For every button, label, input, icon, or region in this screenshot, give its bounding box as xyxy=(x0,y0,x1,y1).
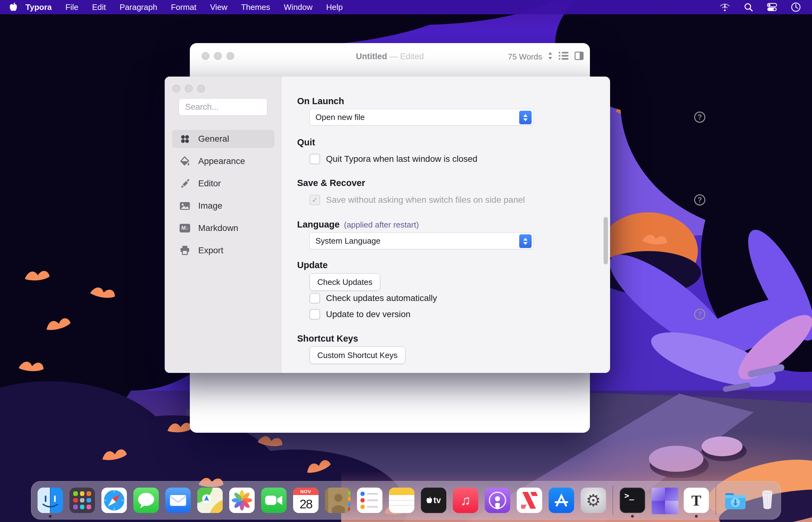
dock-notes-icon[interactable] xyxy=(389,487,414,513)
printer-icon xyxy=(179,245,190,256)
quit-checkbox-row[interactable]: Quit Typora when last window is closed xyxy=(310,154,477,164)
sidebar-item-label: Appearance xyxy=(198,156,245,166)
clock-icon[interactable] xyxy=(791,2,801,12)
paint-bucket-icon xyxy=(179,156,190,166)
dock-calendar-icon[interactable]: NOV 28 xyxy=(293,487,318,513)
dock-news-icon[interactable] xyxy=(517,487,542,513)
dock-finder-icon[interactable] xyxy=(38,487,63,513)
section-save-recover-title: Save & Recover xyxy=(297,178,365,188)
search-input[interactable] xyxy=(179,98,267,116)
calendar-day: 28 xyxy=(293,495,318,513)
dock-mail-icon[interactable] xyxy=(165,487,191,513)
calendar-month: NOV xyxy=(293,487,318,495)
sidebar-item-label: Editor xyxy=(198,179,221,188)
word-count-chevron-icon[interactable] xyxy=(548,52,553,62)
menu-help[interactable]: Help xyxy=(326,2,343,12)
dock-app-store-icon[interactable] xyxy=(549,487,574,513)
dock-separator xyxy=(613,486,613,515)
menu-edit[interactable]: Edit xyxy=(92,2,106,12)
markdown-icon: M↓ xyxy=(179,223,190,234)
section-update-title: Update xyxy=(297,260,328,270)
dev-version-help-icon[interactable]: ? xyxy=(694,309,705,320)
sidebar-item-label: General xyxy=(198,134,229,144)
auto-update-checkbox[interactable] xyxy=(310,293,320,303)
custom-shortcut-keys-button[interactable]: Custom Shortcut Keys xyxy=(310,346,405,364)
prefs-close-button[interactable] xyxy=(172,85,180,93)
auto-update-checkbox-row[interactable]: Check updates automatically xyxy=(310,293,437,303)
sidebar-item-export[interactable]: Export xyxy=(172,241,274,259)
menu-format[interactable]: Format xyxy=(171,2,196,12)
dock-terminal-icon[interactable]: >_ xyxy=(620,487,645,513)
save-without-asking-checkbox: ✓ xyxy=(310,195,320,205)
preferences-sidebar: General Appearance xyxy=(165,77,281,373)
apple-glyph-icon xyxy=(426,497,432,504)
language-note: (applied after restart) xyxy=(344,220,419,229)
menu-paragraph[interactable]: Paragraph xyxy=(119,2,157,12)
dock-messages-icon[interactable] xyxy=(133,487,159,513)
dock-downloads-icon[interactable] xyxy=(723,487,748,513)
dock-photos-icon[interactable] xyxy=(229,487,255,513)
scrollbar-thumb[interactable] xyxy=(603,217,608,264)
save-without-asking-row: ✓ Save without asking when switch files … xyxy=(310,195,525,205)
pencil-icon xyxy=(179,178,190,189)
dock-contacts-icon[interactable] xyxy=(325,487,350,513)
dock-facetime-icon[interactable] xyxy=(261,487,287,513)
dock-gradient-image-icon[interactable] xyxy=(652,487,677,513)
menu-file[interactable]: File xyxy=(65,2,78,12)
search-icon[interactable] xyxy=(744,2,753,12)
apple-menu[interactable] xyxy=(9,2,17,12)
dock-reminders-icon[interactable] xyxy=(357,487,383,513)
language-select[interactable]: System Language xyxy=(310,233,534,249)
dev-version-checkbox-row[interactable]: Update to dev version xyxy=(310,309,410,320)
section-language-title: Language(applied after restart) xyxy=(297,219,419,230)
prefs-zoom-button[interactable] xyxy=(197,85,205,93)
dock: NOV 28 xyxy=(31,481,781,520)
check-updates-button[interactable]: Check Updates xyxy=(310,274,380,291)
section-on-launch-title: On Launch xyxy=(297,96,344,106)
outline-list-icon[interactable] xyxy=(558,51,569,63)
menu-view[interactable]: View xyxy=(210,2,227,12)
menu-window[interactable]: Window xyxy=(284,2,312,12)
menubar-app-name[interactable]: Typora xyxy=(25,2,52,12)
dock-typora-icon[interactable]: T xyxy=(683,487,709,513)
sidebar-item-general[interactable]: General xyxy=(172,130,274,148)
dev-version-checkbox[interactable] xyxy=(310,309,320,320)
on-launch-help-icon[interactable]: ? xyxy=(694,112,705,123)
preferences-content: On Launch Open new file ? Quit Quit Typo… xyxy=(282,77,610,373)
section-shortcut-title: Shortcut Keys xyxy=(297,334,358,344)
select-stepper-icon xyxy=(519,234,531,248)
sidebar-item-label: Markdown xyxy=(198,223,238,233)
dock-safari-icon[interactable] xyxy=(101,487,127,513)
sidebar-item-editor[interactable]: Editor xyxy=(172,175,274,193)
document-titlebar: Untitled — Edited 75 Words xyxy=(190,43,590,65)
on-launch-select[interactable]: Open new file xyxy=(310,109,534,125)
dock-maps-icon[interactable] xyxy=(197,487,223,513)
sidebar-toggle-icon[interactable] xyxy=(575,51,584,63)
save-recover-help-icon[interactable]: ? xyxy=(694,194,705,205)
sidebar-item-label: Export xyxy=(198,245,223,256)
section-quit-title: Quit xyxy=(297,137,315,147)
word-count[interactable]: 75 Words xyxy=(508,52,542,62)
sidebar-item-markdown[interactable]: M↓ Markdown xyxy=(172,219,274,237)
dock-launchpad-icon[interactable] xyxy=(70,487,95,513)
sidebar-item-appearance[interactable]: Appearance xyxy=(172,152,274,170)
menu-bar: Typora File Edit Paragraph Format View T… xyxy=(0,0,812,14)
typora-preferences-window: General Appearance xyxy=(165,77,610,373)
menu-themes[interactable]: Themes xyxy=(241,2,270,12)
dock-podcasts-icon[interactable] xyxy=(485,487,510,513)
dock-system-preferences-icon[interactable]: ⚙ xyxy=(581,487,606,513)
sidebar-item-image[interactable]: Image xyxy=(172,197,274,215)
dock-separator xyxy=(716,486,716,515)
prefs-minimize-button[interactable] xyxy=(185,85,193,93)
image-icon xyxy=(179,201,190,211)
sidebar-item-label: Image xyxy=(198,201,223,211)
wifi-alert-icon[interactable] xyxy=(719,2,730,12)
dock-music-icon[interactable]: ♫ xyxy=(453,487,478,513)
select-stepper-icon xyxy=(519,111,531,124)
dock-trash-icon[interactable] xyxy=(755,487,780,513)
quit-checkbox[interactable] xyxy=(310,154,320,164)
dock-tv-icon[interactable]: tv xyxy=(421,487,446,513)
grid-icon xyxy=(179,134,190,144)
control-center-icon[interactable] xyxy=(767,2,777,12)
apple-logo-icon xyxy=(9,2,17,12)
